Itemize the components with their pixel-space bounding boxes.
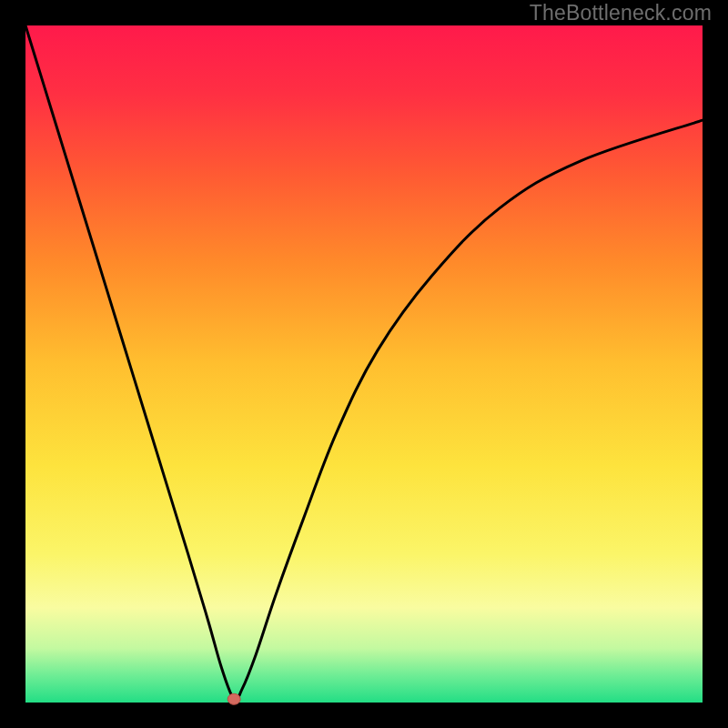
bottleneck-plot: [0, 0, 728, 728]
chart-container: TheBottleneck.com: [0, 0, 728, 728]
watermark-text: TheBottleneck.com: [530, 1, 712, 25]
plot-background: [25, 25, 703, 703]
minimum-marker: [228, 693, 240, 704]
